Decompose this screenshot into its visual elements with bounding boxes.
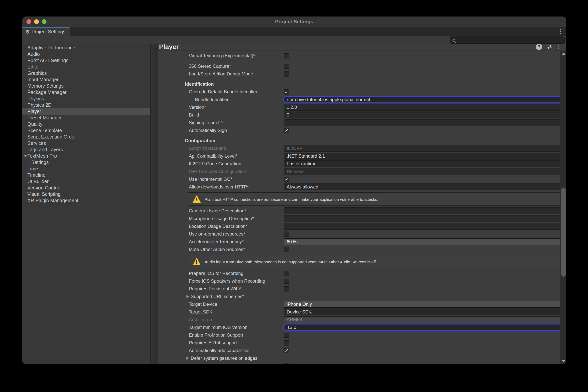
row-defer-system-gestures-on-edges[interactable]: Defer system gestures on edges xyxy=(158,354,560,362)
sidebar-item-label: Script Execution Order xyxy=(28,134,76,140)
sidebar-item-timeline[interactable]: Timeline xyxy=(23,172,150,178)
checkbox-automatically-add-capabilities[interactable]: ✓ xyxy=(284,348,289,353)
checkbox-override-default-bundle-identifier[interactable]: ✓ xyxy=(284,89,289,94)
checkbox-use-incremental-gc[interactable]: ✓ xyxy=(284,177,289,182)
text-input-location-usage-description[interactable] xyxy=(284,223,560,230)
text-input-bundle-identifier[interactable]: com.hive.tutorial.ios.apple.global.norma… xyxy=(283,96,560,104)
sidebar-item-adaptive-performance[interactable]: Adaptive Performance xyxy=(23,44,150,51)
scrollbar-thumb[interactable] xyxy=(561,188,565,277)
text-input-build[interactable]: 0 xyxy=(284,112,560,118)
checkbox-mute-other-audio-sources[interactable] xyxy=(284,247,289,252)
checkbox-prepare-ios-for-recording[interactable] xyxy=(284,271,289,276)
row-signing-team-id: Signing Team ID xyxy=(158,119,560,126)
row-scripting-backend: Scripting BackendIL2CPP xyxy=(158,144,560,152)
project-settings-window: Project Settings ⚙ Project Settings Adap… xyxy=(22,16,566,364)
scrollbar-up-arrow[interactable] xyxy=(562,52,565,54)
sidebar-item-script-execution-order[interactable]: Script Execution Order xyxy=(23,134,150,140)
field-label: Enable ProMotion Support xyxy=(189,331,243,339)
dropdown-target-device[interactable]: iPhone Only xyxy=(284,301,560,308)
sidebar-item-player[interactable]: Player xyxy=(23,108,150,114)
foldout-collapsed-icon[interactable] xyxy=(187,295,189,298)
checkbox-virtual-texturing-experimental[interactable] xyxy=(284,53,289,58)
field-label: Defer system gestures on edges xyxy=(191,354,258,362)
row-architecture: ArchitectureARM64 xyxy=(158,316,560,324)
checkbox-automatically-sign[interactable]: ✓ xyxy=(284,128,289,133)
sidebar-item-scene-template[interactable]: Scene Template xyxy=(23,127,150,134)
field-label: Location Usage Description* xyxy=(189,222,247,230)
sidebar-item-quality[interactable]: Quality xyxy=(23,121,150,127)
help-icon[interactable]: ? xyxy=(536,44,542,50)
settings-category-sidebar: Adaptive PerformanceAudioBurst AOT Setti… xyxy=(23,44,150,364)
warning-text: Audio input from Bluetooth microphones i… xyxy=(205,255,377,269)
sidebar-item-input-manager[interactable]: Input Manager xyxy=(23,76,150,83)
sidebar-item-settings[interactable]: Settings xyxy=(23,159,150,166)
checkbox-use-on-demand-resources[interactable] xyxy=(284,232,289,237)
sidebar-item-preset-manager[interactable]: Preset Manager xyxy=(23,114,150,121)
text-input-signing-team-id[interactable] xyxy=(284,119,560,126)
sidebar-item-tags-and-layers[interactable]: Tags and Layers xyxy=(23,146,150,153)
field-label: Target SDK xyxy=(189,308,213,316)
checkbox-enable-promotion-support[interactable] xyxy=(284,332,289,338)
foldout-collapsed-icon[interactable] xyxy=(187,356,189,360)
dropdown-c-compiler-configuration: Release xyxy=(284,168,560,175)
sidebar-item-ui-builder[interactable]: UI Builder xyxy=(23,178,150,184)
dropdown-accelerometer-frequency[interactable]: 60 Hz xyxy=(284,238,560,245)
window-titlebar[interactable]: Project Settings xyxy=(23,16,566,27)
sidebar-item-package-manager[interactable]: Package Manager xyxy=(23,89,150,96)
sidebar-item-xr-plugin-management[interactable]: XR Plugin Management xyxy=(23,197,150,204)
sidebar-item-burst-aot-settings[interactable]: Burst AOT Settings xyxy=(23,57,150,64)
dropdown-target-sdk[interactable]: Device SDK xyxy=(284,308,560,316)
dropdown-il2cpp-code-generation[interactable]: Faster runtime xyxy=(284,160,560,167)
checkbox-requires-persistent-wifi[interactable] xyxy=(284,286,289,292)
presets-icon[interactable] xyxy=(546,44,552,50)
checkbox-360-stereo-capture[interactable] xyxy=(284,64,289,69)
sidebar-item-memory-settings[interactable]: Memory Settings xyxy=(23,83,150,89)
sidebar-item-label: Physics xyxy=(28,96,44,101)
sidebar-item-physics[interactable]: Physics xyxy=(23,96,150,102)
field-label: C++ Compiler Configuration xyxy=(189,168,246,175)
scrollbar-down-arrow[interactable] xyxy=(562,360,565,362)
sidebar-item-visual-scripting[interactable]: Visual Scripting xyxy=(23,191,150,197)
text-input-value: 13.0 xyxy=(287,325,296,330)
sidebar-item-label: Services xyxy=(28,140,46,146)
row-automatically-add-capabilities: Automatically add capabilities✓ xyxy=(158,347,560,354)
row-supported-url-schemes[interactable]: Supported URL schemes* xyxy=(158,293,560,300)
checkbox-force-ios-speakers-when-recording[interactable] xyxy=(284,278,289,284)
field-label: Accelerometer Frequency* xyxy=(189,238,244,246)
text-input-camera-usage-description[interactable] xyxy=(284,208,560,214)
warning-icon xyxy=(193,258,201,265)
sidebar-item-editor[interactable]: Editor xyxy=(23,64,150,70)
text-input-target-minimum-ios-version[interactable]: 13.0 xyxy=(283,324,560,331)
sidebar-item-label: Settings xyxy=(31,160,49,165)
row-camera-usage-description: Camera Usage Description* xyxy=(158,207,560,215)
sidebar-item-time[interactable]: Time xyxy=(23,166,150,172)
sidebar-item-version-control[interactable]: Version Control xyxy=(23,184,150,191)
row-build: Build0 xyxy=(158,111,560,119)
sidebar-item-audio[interactable]: Audio xyxy=(23,51,150,57)
sidebar-item-physics-2d[interactable]: Physics 2D xyxy=(23,102,150,108)
row-api-compatibility-level: Api Compatibility Level*.NET Standard 2.… xyxy=(158,152,560,160)
warning-box: Plain text HTTP connections are not secu… xyxy=(188,192,560,206)
tab-project-settings[interactable]: ⚙ Project Settings xyxy=(23,27,70,36)
panel-menu-icon[interactable] xyxy=(557,44,560,50)
row-target-minimum-ios-version: Target minimum iOS Version13.0 xyxy=(158,324,560,331)
sidebar-item-graphics[interactable]: Graphics xyxy=(23,70,150,76)
row-target-sdk: Target SDKDevice SDK xyxy=(158,308,560,316)
text-input-version[interactable]: 1.2.0 xyxy=(284,104,560,111)
sidebar-item-services[interactable]: Services xyxy=(23,140,150,146)
sidebar-item-textmesh-pro[interactable]: TextMesh Pro xyxy=(23,153,150,159)
row-version: Version*1.2.0 xyxy=(158,104,560,111)
dropdown-api-compatibility-level[interactable]: .NET Standard 2.1 xyxy=(284,152,560,160)
text-input-microphone-usage-description[interactable] xyxy=(284,215,560,222)
sidebar-item-label: Scene Template xyxy=(28,128,62,133)
checkbox-requires-arkit-support[interactable] xyxy=(284,340,289,346)
dropdown-selected-value: ARM64 xyxy=(287,317,302,322)
dropdown-allow-downloads-over-http[interactable]: Always allowed xyxy=(284,184,560,190)
tab-bar-menu-icon[interactable] xyxy=(557,28,563,34)
checkbox-hide-home-button-on-iphone-x[interactable] xyxy=(284,364,289,364)
sidebar-item-label: Time xyxy=(28,166,38,171)
vertical-scrollbar[interactable] xyxy=(560,51,566,364)
checkbox-load-store-action-debug-mode[interactable] xyxy=(284,72,289,76)
search-input[interactable] xyxy=(450,36,565,44)
foldout-open-icon[interactable] xyxy=(24,155,27,158)
